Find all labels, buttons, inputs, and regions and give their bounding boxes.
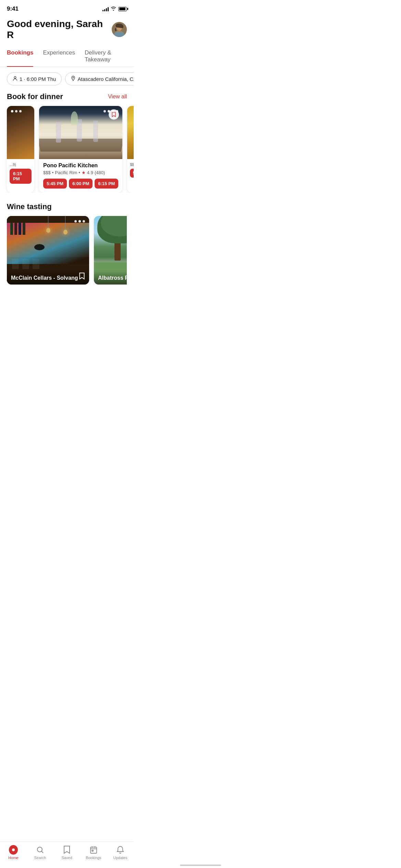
avatar[interactable]	[112, 22, 127, 37]
time-slot-615[interactable]: 6:15 PM	[95, 179, 118, 189]
wine-card-albatross[interactable]: Albatross Rid...	[94, 216, 127, 285]
wifi-icon	[111, 6, 116, 12]
wine-tasting-title: Wine tasting	[7, 202, 127, 211]
book-dinner-title: Book for dinner	[7, 92, 63, 101]
partial-right-meta: $$$$	[130, 162, 134, 167]
wine-dots-mcclain	[74, 220, 85, 222]
wine-tasting-section: Wine tasting	[0, 202, 134, 285]
status-icons	[102, 6, 127, 12]
restaurant-card-partial-right[interactable]: $$$$ 5:4...	[127, 106, 134, 193]
restaurant-meta-pono: $$$ • Pacific Rim • ★ 4.9 (480)	[43, 170, 118, 175]
time-slot-545[interactable]: 5:45 PM	[43, 179, 67, 189]
tab-experiences[interactable]: Experiences	[43, 46, 75, 67]
location-filter[interactable]: Atascadero California, CA, United St...	[65, 72, 134, 85]
time-slot-partial[interactable]: 5:4...	[130, 169, 134, 178]
filter-row: 1 · 6:00 PM Thu Atascadero California, C…	[0, 72, 134, 85]
svg-rect-4	[114, 32, 124, 37]
battery-icon	[118, 7, 127, 11]
time-slots-pono: 5:45 PM 6:00 PM 6:15 PM	[43, 179, 118, 189]
guests-filter[interactable]: 1 · 6:00 PM Thu	[7, 72, 62, 85]
wine-name-overlay-mcclain: McClain Cellars - Solvang	[7, 268, 89, 285]
tab-delivery[interactable]: Delivery & Takeaway	[85, 46, 117, 67]
card-image-partial-right	[127, 106, 134, 159]
card-image-partial	[7, 106, 34, 159]
time-slot[interactable]: 6:15 PM	[10, 169, 32, 184]
card-image-pono	[39, 106, 122, 159]
wine-name-overlay-albatross: Albatross Rid...	[94, 271, 127, 285]
svg-point-5	[14, 76, 16, 79]
time-slot-600[interactable]: 6:00 PM	[69, 179, 93, 189]
view-all-dinner[interactable]: View all	[108, 94, 127, 100]
person-icon	[13, 76, 17, 82]
restaurant-card-partial-left[interactable]: ...9) 6:15 PM	[7, 106, 34, 193]
svg-point-6	[73, 77, 74, 78]
location-icon	[71, 76, 75, 82]
partial-rating: ...9)	[10, 162, 32, 167]
card-dots	[11, 110, 22, 112]
bookmark-mcclain[interactable]	[79, 272, 85, 281]
wine-cards-scroll: McClain Cellars - Solvang	[7, 216, 127, 285]
status-time: 9:41	[7, 5, 19, 12]
restaurant-name-pono: Pono Pacific Kitchen	[43, 162, 118, 169]
wine-card-mcclain[interactable]: McClain Cellars - Solvang	[7, 216, 89, 285]
main-tabs: Bookings Experiences Delivery & Takeaway	[0, 46, 134, 67]
dinner-cards-scroll: ...9) 6:15 PM	[0, 106, 134, 193]
tab-bookings[interactable]: Bookings	[7, 46, 33, 67]
greeting-text: Good evening, Sarah R	[7, 19, 112, 40]
status-bar: 9:41	[0, 0, 134, 15]
restaurant-card-pono[interactable]: Pono Pacific Kitchen $$$ • Pacific Rim •…	[39, 106, 122, 193]
signal-icon	[102, 7, 109, 11]
book-dinner-header: Book for dinner View all	[0, 92, 134, 101]
header: Good evening, Sarah R	[0, 15, 134, 46]
